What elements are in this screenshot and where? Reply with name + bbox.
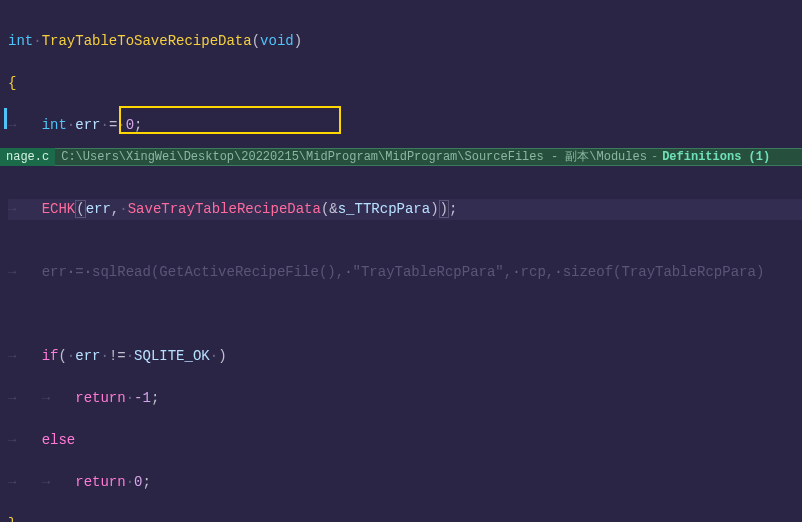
keyword-if: if: [42, 348, 59, 364]
indent-icon: →: [8, 117, 16, 133]
keyword-else: else: [42, 432, 76, 448]
variable: err: [75, 117, 100, 133]
peek-tab-label[interactable]: nage.c: [0, 148, 55, 166]
keyword: int: [8, 33, 33, 49]
ws: ·: [33, 33, 41, 49]
code-line[interactable]: [8, 220, 802, 241]
constant: SQLITE_OK: [134, 348, 210, 364]
keyword-void: void: [260, 33, 294, 49]
variable: err: [86, 201, 111, 217]
code-line[interactable]: → if(·err·!=·SQLITE_OK·): [8, 346, 802, 367]
code-line[interactable]: → → return·-1;: [8, 388, 802, 409]
code-editor[interactable]: int·TrayTableToSaveRecipeData(void) { → …: [0, 0, 802, 522]
variable: s_TTRcpPara: [338, 201, 430, 217]
code-line[interactable]: → else: [8, 430, 802, 451]
code-line[interactable]: }: [8, 514, 802, 522]
keyword-return: return: [75, 474, 125, 490]
keyword: int: [42, 117, 67, 133]
number: 0: [126, 117, 134, 133]
gutter-modified-indicator: [4, 108, 7, 129]
code-line[interactable]: → int·err·=·0;: [8, 115, 802, 136]
peek-definitions-count[interactable]: Definitions (1): [662, 148, 770, 166]
code-line-highlighted[interactable]: → ECHK(err,·SaveTrayTableRecipeData(&s_T…: [8, 199, 802, 220]
paren: (: [252, 33, 260, 49]
macro: ECHK: [42, 201, 76, 217]
code-line[interactable]: int·TrayTableToSaveRecipeData(void): [8, 31, 802, 52]
peek-file-path: C:\Users\XingWei\Desktop\20220215\MidPro…: [61, 148, 647, 166]
peek-definition-bar[interactable]: nage.c C:\Users\XingWei\Desktop\20220215…: [0, 148, 802, 166]
indent-icon: →: [8, 201, 16, 217]
code-line[interactable]: → err·=·sqlRead(GetActiveRecipeFile(),·"…: [8, 262, 802, 283]
keyword-return: return: [75, 390, 125, 406]
function-name: TrayTableToSaveRecipeData: [42, 33, 252, 49]
function-call: SaveTrayTableRecipeData: [128, 201, 321, 217]
code-line[interactable]: → → return·0;: [8, 472, 802, 493]
code-line[interactable]: {: [8, 73, 802, 94]
paren: ): [294, 33, 302, 49]
code-line[interactable]: [8, 304, 802, 325]
brace: {: [8, 75, 16, 91]
